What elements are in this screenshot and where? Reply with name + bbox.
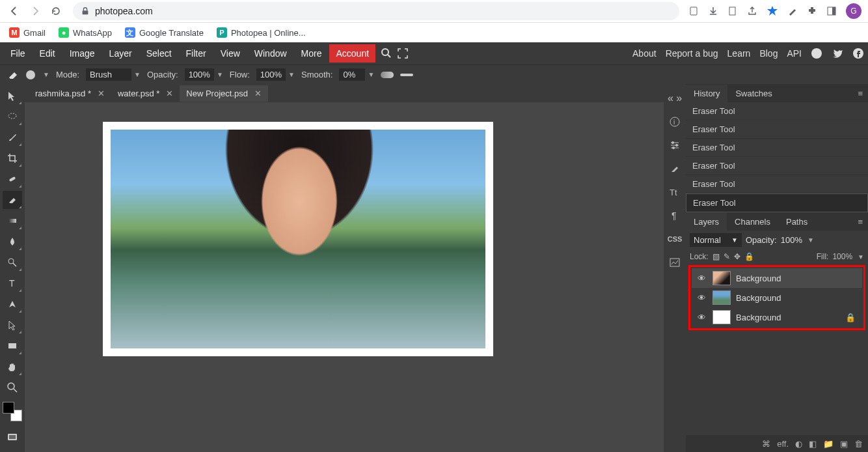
menu-account[interactable]: Account bbox=[329, 44, 375, 63]
visibility-icon[interactable]: 👁 bbox=[696, 293, 707, 303]
forward-button[interactable] bbox=[27, 3, 43, 19]
menu-window[interactable]: Window bbox=[248, 44, 293, 63]
lock-transparency-icon[interactable]: ▧ bbox=[712, 252, 720, 261]
eraser-tool-icon[interactable] bbox=[7, 68, 20, 81]
profile-avatar[interactable]: G bbox=[846, 3, 861, 19]
rectangle-tool[interactable] bbox=[3, 337, 22, 355]
layer-thumbnail[interactable] bbox=[712, 310, 731, 324]
layer-name[interactable]: Background bbox=[736, 313, 781, 322]
gradient-tool[interactable] bbox=[3, 212, 22, 230]
brush-preview[interactable] bbox=[26, 70, 35, 79]
link-about[interactable]: About bbox=[632, 48, 657, 59]
new-folder-icon[interactable]: 📁 bbox=[823, 439, 834, 449]
lock-pixels-icon[interactable]: ✎ bbox=[724, 252, 730, 261]
doc-tab-0[interactable]: rashmika.psd *✕ bbox=[29, 85, 111, 102]
close-icon[interactable]: ✕ bbox=[254, 89, 262, 98]
bookmark-whatsapp[interactable]: ●WhatsApp bbox=[59, 27, 112, 38]
css-panel-icon[interactable]: CSS bbox=[665, 227, 685, 251]
adjustment-layer-icon[interactable]: ◧ bbox=[809, 439, 817, 449]
smooth-input[interactable]: 0% bbox=[339, 68, 365, 81]
visibility-icon[interactable]: 👁 bbox=[696, 274, 707, 283]
tab-paths[interactable]: Paths bbox=[778, 213, 815, 231]
menu-view[interactable]: View bbox=[214, 44, 247, 63]
link-report-bug[interactable]: Report a bug bbox=[666, 48, 718, 59]
color-swatches[interactable] bbox=[3, 402, 22, 421]
crop-tool[interactable] bbox=[3, 149, 22, 167]
layer-name[interactable]: Background bbox=[736, 293, 781, 303]
layer-mask-icon[interactable]: ◐ bbox=[795, 439, 802, 449]
path-select-tool[interactable] bbox=[3, 316, 22, 334]
layer-opacity-value[interactable]: 100% bbox=[781, 235, 802, 245]
history-item[interactable]: Eraser Tool bbox=[686, 120, 868, 139]
doc-tab-2[interactable]: New Project.psd✕ bbox=[180, 85, 268, 102]
close-icon[interactable]: ✕ bbox=[98, 89, 105, 98]
blend-mode-select[interactable]: Normal▼ bbox=[690, 233, 742, 247]
history-item[interactable]: Eraser Tool bbox=[686, 193, 868, 212]
pen-tool[interactable] bbox=[3, 295, 22, 313]
history-item[interactable]: Eraser Tool bbox=[686, 157, 868, 175]
menu-file[interactable]: File bbox=[4, 44, 32, 63]
tab-swatches[interactable]: Swatches bbox=[727, 85, 780, 102]
search-icon[interactable] bbox=[381, 48, 392, 59]
layer-thumbnail[interactable] bbox=[712, 290, 731, 305]
link-layers-icon[interactable]: ⌘ bbox=[762, 439, 770, 449]
collapse-icon[interactable]: « » bbox=[665, 87, 685, 110]
airbrush-toggle[interactable] bbox=[381, 72, 394, 78]
history-item[interactable]: Eraser Tool bbox=[686, 102, 868, 120]
doc-tab-1[interactable]: water.psd *✕ bbox=[111, 85, 180, 102]
dodge-tool[interactable] bbox=[3, 253, 22, 272]
eyedropper-ext-icon[interactable] bbox=[787, 6, 798, 16]
text-tool[interactable]: T bbox=[3, 274, 22, 292]
bookmark-star-icon[interactable] bbox=[766, 5, 778, 17]
flow-input[interactable]: 100% bbox=[256, 68, 286, 81]
info-panel-icon[interactable]: i bbox=[665, 110, 685, 134]
adjustments-panel-icon[interactable] bbox=[665, 134, 685, 157]
facebook-icon[interactable] bbox=[852, 48, 864, 59]
share-icon[interactable] bbox=[747, 6, 757, 16]
layer-effects-icon[interactable]: eff. bbox=[777, 439, 789, 449]
menu-edit[interactable]: Edit bbox=[33, 44, 62, 63]
lock-all-icon[interactable]: 🔒 bbox=[744, 252, 754, 261]
history-item[interactable]: Eraser Tool bbox=[686, 139, 868, 157]
delete-layer-icon[interactable]: 🗑 bbox=[854, 439, 863, 449]
tab-channels[interactable]: Channels bbox=[727, 213, 778, 231]
sidebar-icon[interactable] bbox=[826, 6, 837, 16]
zoom-tool[interactable] bbox=[3, 378, 22, 397]
link-blog[interactable]: Blog bbox=[759, 48, 778, 59]
fullscreen-icon[interactable] bbox=[398, 48, 408, 59]
lock-position-icon[interactable]: ✥ bbox=[734, 252, 740, 261]
new-layer-icon[interactable]: ▣ bbox=[840, 439, 848, 449]
link-api[interactable]: API bbox=[787, 48, 802, 59]
brushes-panel-icon[interactable] bbox=[665, 157, 685, 180]
visibility-icon[interactable]: 👁 bbox=[696, 313, 707, 322]
pressure-toggle[interactable] bbox=[400, 74, 413, 76]
menu-filter[interactable]: Filter bbox=[180, 44, 213, 63]
canvas[interactable] bbox=[103, 122, 493, 356]
brush-dropdown[interactable]: ▼ bbox=[43, 71, 49, 78]
close-icon[interactable]: ✕ bbox=[166, 89, 173, 98]
history-item[interactable]: Eraser Tool bbox=[686, 175, 868, 193]
extensions-icon[interactable] bbox=[807, 6, 817, 16]
layer-thumbnail[interactable] bbox=[712, 271, 731, 285]
bookmark-gmail[interactable]: MGmail bbox=[9, 27, 46, 38]
move-tool[interactable] bbox=[3, 87, 22, 105]
eraser-tool[interactable] bbox=[3, 191, 22, 209]
menu-select[interactable]: Select bbox=[140, 44, 178, 63]
hand-tool[interactable] bbox=[3, 358, 22, 376]
tab-layers[interactable]: Layers bbox=[686, 213, 727, 231]
back-button[interactable] bbox=[7, 3, 22, 19]
clipboard-icon[interactable] bbox=[688, 6, 699, 16]
reddit-icon[interactable] bbox=[811, 48, 822, 59]
twitter-icon[interactable] bbox=[832, 48, 843, 59]
paragraph-panel-icon[interactable]: ¶ bbox=[665, 204, 685, 227]
tab-history[interactable]: History bbox=[686, 85, 727, 102]
quickmask-tool[interactable] bbox=[3, 428, 22, 446]
bookmark-translate[interactable]: 文Google Translate bbox=[125, 27, 204, 38]
document-icon[interactable] bbox=[727, 6, 738, 16]
healing-tool[interactable] bbox=[3, 170, 22, 188]
panel-menu-icon[interactable]: ≡ bbox=[852, 217, 868, 227]
menu-more[interactable]: More bbox=[295, 44, 329, 63]
layer-row[interactable]: 👁 Background bbox=[692, 268, 862, 288]
menu-image[interactable]: Image bbox=[63, 44, 102, 63]
link-learn[interactable]: Learn bbox=[727, 48, 751, 59]
